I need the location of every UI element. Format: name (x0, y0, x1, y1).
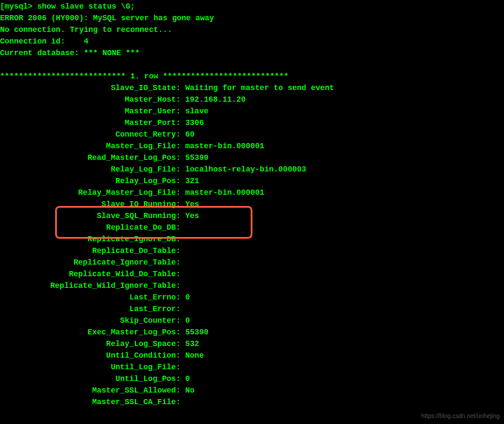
status-row: Replicate_Ignore_DB: (0, 234, 504, 245)
status-row: Slave_SQL_Running: Yes (0, 210, 504, 222)
status-value: 60 (185, 129, 195, 140)
status-key: Master_Log_File: (0, 140, 185, 152)
status-key: Replicate_Ignore_Table: (0, 257, 185, 268)
status-key: Replicate_Do_DB: (0, 222, 185, 234)
status-row: Read_Master_Log_Pos: 55390 (0, 152, 504, 164)
status-value: None (185, 350, 204, 362)
status-key: Until_Log_Pos: (0, 373, 185, 385)
status-value: Yes (185, 210, 199, 222)
status-row: Connect_Retry: 60 (0, 129, 504, 140)
status-value: master-bin.000001 (185, 140, 264, 152)
status-key: Replicate_Wild_Ignore_Table: (0, 280, 185, 292)
status-value: 532 (185, 338, 199, 350)
status-row: Master_Host: 192.168.11.20 (0, 94, 504, 106)
status-key: Replicate_Wild_Do_Table: (0, 268, 185, 280)
status-key: Master_SSL_CA_File: (0, 396, 185, 408)
status-value: Waiting for master to send event (185, 82, 334, 94)
command-line: [mysql> show slave status \G; (0, 1, 504, 12)
status-value: master-bin.000001 (185, 187, 264, 199)
status-key: Slave_SQL_Running: (0, 210, 185, 222)
status-row: Slave_IO_Running: Yes (0, 199, 504, 210)
status-row: Master_SSL_Allowed: No (0, 385, 504, 396)
status-row: Until_Condition: None (0, 350, 504, 362)
status-value: No (185, 385, 195, 396)
preamble-line: Connection id: 4 (0, 36, 504, 47)
status-value: Yes (185, 199, 199, 210)
watermark-text: https://blog.csdn.net/unhejing (421, 412, 500, 421)
status-key: Connect_Retry: (0, 129, 185, 140)
status-value: 55390 (185, 152, 208, 164)
status-key: Master_User: (0, 106, 185, 117)
status-key: Skip_Counter: (0, 315, 185, 327)
terminal-output: [mysql> show slave status \G; ERROR 2006… (0, 1, 504, 408)
status-key: Last_Errno: (0, 292, 185, 303)
status-key: Last_Error: (0, 303, 185, 315)
status-key: Master_Host: (0, 94, 185, 106)
status-value: 321 (185, 175, 199, 187)
mysql-prompt: [mysql> (0, 2, 37, 11)
status-row: Master_Log_File: master-bin.000001 (0, 140, 504, 152)
status-row: Relay_Log_Space: 532 (0, 338, 504, 350)
status-key: Replicate_Ignore_DB: (0, 234, 185, 245)
status-row: Exec_Master_Log_Pos: 55390 (0, 327, 504, 338)
status-key: Read_Master_Log_Pos: (0, 152, 185, 164)
preamble-line: ERROR 2006 (HY000): MySQL server has gon… (0, 12, 504, 24)
status-value: 55390 (185, 327, 208, 338)
status-row: Master_Port: 3306 (0, 117, 504, 129)
preamble-line: No connection. Trying to reconnect... (0, 24, 504, 36)
preamble-line: Current database: *** NONE *** (0, 47, 504, 59)
status-value: 0 (185, 373, 190, 385)
status-value: slave (185, 106, 208, 117)
status-fields: Slave_IO_State: Waiting for master to se… (0, 82, 504, 408)
status-value: 192.168.11.20 (185, 94, 246, 106)
status-row: Slave_IO_State: Waiting for master to se… (0, 82, 504, 94)
status-key: Master_Port: (0, 117, 185, 129)
status-value: 0 (185, 292, 190, 303)
status-row: Until_Log_Pos: 0 (0, 373, 504, 385)
status-key: Exec_Master_Log_Pos: (0, 327, 185, 338)
status-row: Master_SSL_CA_File: (0, 396, 504, 408)
status-row: Skip_Counter: 0 (0, 315, 504, 327)
status-row: Relay_Log_Pos: 321 (0, 175, 504, 187)
status-row: Replicate_Do_Table: (0, 245, 504, 257)
status-row: Last_Error: (0, 303, 504, 315)
command-text: show slave status \G; (37, 2, 135, 11)
status-row: Replicate_Ignore_Table: (0, 257, 504, 268)
status-key: Relay_Log_File: (0, 164, 185, 175)
status-row: Replicate_Do_DB: (0, 222, 504, 234)
status-row: Replicate_Wild_Do_Table: (0, 268, 504, 280)
status-key: Slave_IO_State: (0, 82, 185, 94)
status-key: Slave_IO_Running: (0, 199, 185, 210)
preamble-line (0, 59, 504, 71)
status-row: Master_User: slave (0, 106, 504, 117)
status-row: Replicate_Wild_Ignore_Table: (0, 280, 504, 292)
status-key: Master_SSL_Allowed: (0, 385, 185, 396)
status-value: localhost-relay-bin.000003 (185, 164, 306, 175)
status-key: Relay_Log_Pos: (0, 175, 185, 187)
status-key: Until_Condition: (0, 350, 185, 362)
status-row: Until_Log_File: (0, 362, 504, 373)
status-value: 0 (185, 315, 190, 327)
status-row: Relay_Log_File: localhost-relay-bin.0000… (0, 164, 504, 175)
row-header: *************************** 1. row *****… (0, 71, 504, 82)
status-key: Until_Log_File: (0, 362, 185, 373)
status-key: Replicate_Do_Table: (0, 245, 185, 257)
status-key: Relay_Log_Space: (0, 338, 185, 350)
status-row: Last_Errno: 0 (0, 292, 504, 303)
status-row: Relay_Master_Log_File: master-bin.000001 (0, 187, 504, 199)
status-key: Relay_Master_Log_File: (0, 187, 185, 199)
status-value: 3306 (185, 117, 204, 129)
preamble-block: ERROR 2006 (HY000): MySQL server has gon… (0, 12, 504, 71)
